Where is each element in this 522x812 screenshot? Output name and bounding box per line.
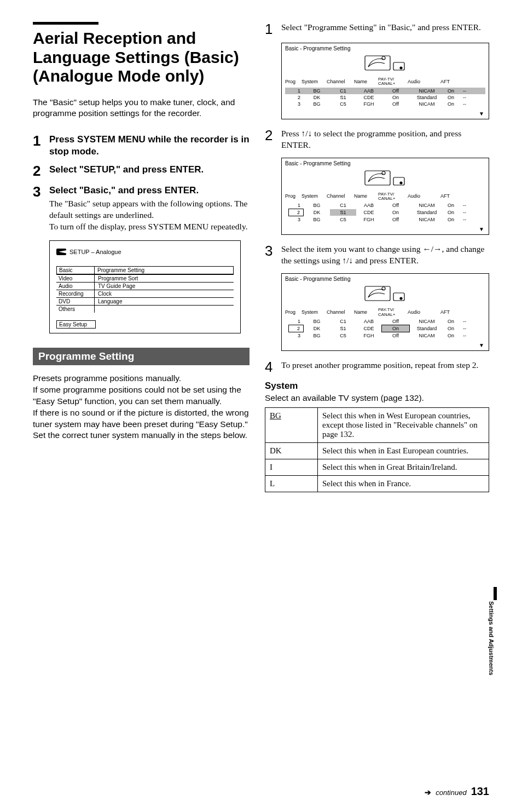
system-key: I	[265, 459, 318, 475]
title-rule	[33, 22, 98, 25]
svg-rect-0	[365, 56, 390, 70]
system-desc: Select this when in France.	[318, 476, 489, 492]
setup-left: Others	[56, 306, 95, 313]
table-row[interactable]: 2DK S1CDE OnStandard On--	[285, 94, 485, 101]
step-text: Press ↑/↓ to select the programme positi…	[281, 128, 489, 151]
step-number: 2	[33, 164, 49, 178]
step-1: 1 Press SYSTEM MENU while the recorder i…	[33, 134, 250, 157]
table-row: DK Select this when in East European cou…	[265, 442, 489, 459]
antenna-icon	[282, 51, 489, 76]
easy-setup-button[interactable]: Easy Setup	[56, 320, 96, 329]
table-row[interactable]: 3BG C5FGH OffNICAM On--	[285, 332, 485, 339]
setup-left: DVD	[56, 298, 95, 305]
right-step-2: 2 Press ↑/↓ to select the programme posi…	[265, 128, 489, 151]
setup-left: Video	[56, 275, 95, 282]
antenna-icon	[282, 166, 489, 191]
step-text: Select the item you want to change using…	[281, 244, 489, 267]
svg-rect-4	[365, 171, 390, 185]
setup-title: SETUP – Analogue	[69, 249, 121, 255]
page-number: 131	[471, 785, 489, 798]
continued-arrow-icon: ➔	[425, 788, 431, 797]
toolbox-icon	[56, 249, 66, 255]
table-row[interactable]: 1BG C1AAB OffNICAM On--	[285, 318, 485, 325]
system-desc: Select this when in Great Britain/Irelan…	[318, 459, 489, 475]
table-row[interactable]: 2DK S1CDE OnStandard On--	[285, 325, 485, 332]
side-tab-label: Settings and Adjustments	[488, 601, 495, 675]
system-desc: Select this when in East European countr…	[318, 443, 489, 459]
panel-header-row: ProgSystem ChannelName PAY-TV/ CANAL+ Au…	[282, 191, 489, 203]
table-row[interactable]: 1BG C1AAB OffNICAM On--	[285, 202, 485, 209]
setup-right: Programme Setting	[94, 267, 233, 274]
setup-row[interactable]: Recording Clock	[56, 290, 234, 297]
table-row[interactable]: 2DK S1CDE OnStandard On--	[285, 209, 485, 216]
step-text: Select "Programme Setting" in "Basic," a…	[281, 22, 481, 33]
setup-row[interactable]: Audio TV Guide Page	[56, 282, 234, 290]
step-2: 2 Select "SETUP," and press ENTER.	[33, 164, 250, 178]
setup-right: Clock	[95, 290, 234, 297]
svg-point-11	[400, 297, 402, 300]
svg-rect-8	[365, 286, 390, 301]
panel-header-row: ProgSystem ChannelName PAY-TV/ CANAL+ Au…	[282, 306, 489, 318]
step-number: 4	[265, 360, 281, 374]
setup-right: Programme Sort	[95, 275, 234, 282]
programme-setting-panel-2: Basic - Programme Setting ProgSystem Cha…	[281, 158, 489, 235]
setup-right	[95, 306, 234, 313]
table-row[interactable]: 3BG C5FGH OffNICAM On--	[285, 216, 485, 223]
setup-panel: SETUP – Analogue Basic Programme Setting…	[49, 240, 241, 333]
side-tab-marker	[494, 587, 497, 600]
setup-row[interactable]: Video Programme Sort	[56, 274, 234, 282]
svg-point-7	[400, 182, 402, 184]
svg-point-5	[382, 171, 385, 175]
svg-point-3	[400, 67, 402, 69]
panel-title: Basic - Programme Setting	[282, 274, 489, 282]
programme-setting-panel-1: Basic - Programme Setting ProgSystem Cha…	[281, 43, 489, 119]
antenna-icon	[282, 282, 489, 306]
step-text: To preset another programme position, re…	[281, 360, 478, 371]
programme-setting-text: Presets programme positions manually. If…	[33, 373, 250, 442]
page-title: Aerial Reception and Language Settings (…	[33, 29, 250, 86]
panel-title: Basic - Programme Setting	[282, 158, 489, 166]
intro-text: The "Basic" setup helps you to make tune…	[33, 97, 250, 120]
system-key: DK	[265, 443, 318, 459]
system-heading: System	[265, 381, 489, 391]
right-step-1: 1 Select "Programme Setting" in "Basic,"…	[265, 22, 489, 36]
setup-left: Recording	[56, 290, 95, 297]
step-subtext: The "Basic" setup appears with the follo…	[49, 198, 250, 233]
step-number: 1	[265, 22, 281, 36]
system-subtext: Select an available TV system (page 132)…	[265, 393, 489, 404]
setup-row[interactable]: Others	[56, 305, 234, 313]
scroll-down-icon[interactable]: ▼	[282, 111, 489, 119]
svg-point-1	[382, 56, 385, 60]
section-heading: Programme Setting	[33, 348, 250, 365]
setup-row[interactable]: Basic Programme Setting	[56, 266, 234, 274]
setup-right: Language	[95, 298, 234, 305]
table-row[interactable]: 1BG C1AAB OffNICAM On--	[285, 88, 485, 94]
step-text: Select "SETUP," and press ENTER.	[49, 164, 204, 175]
step-3: 3 Select "Basic," and press ENTER. The "…	[33, 185, 250, 233]
table-row[interactable]: 3BG C5FGH OffNICAM On--	[285, 101, 485, 107]
svg-rect-10	[393, 293, 404, 301]
panel-title: Basic - Programme Setting	[282, 43, 489, 51]
step-number: 3	[265, 244, 281, 258]
system-table: BG Select this when in West European cou…	[265, 407, 489, 492]
table-row: L Select this when in France.	[265, 475, 489, 492]
setup-header: SETUP – Analogue	[56, 249, 234, 255]
svg-rect-6	[393, 177, 404, 185]
step-number: 1	[33, 134, 49, 148]
step-text: Select "Basic," and press ENTER.	[49, 185, 250, 196]
step-number: 3	[33, 185, 49, 199]
setup-row[interactable]: DVD Language	[56, 297, 234, 305]
setup-left: Basic	[56, 266, 95, 274]
side-tab: Settings and Adjustments	[488, 587, 497, 675]
svg-rect-2	[393, 62, 404, 70]
scroll-down-icon[interactable]: ▼	[282, 226, 489, 234]
setup-right: TV Guide Page	[95, 283, 234, 290]
footer: ➔ continued 131	[425, 785, 489, 798]
system-key: L	[265, 476, 318, 492]
scroll-down-icon[interactable]: ▼	[282, 342, 489, 350]
continued-label: continued	[436, 788, 466, 797]
setup-left: Audio	[56, 283, 95, 290]
system-desc: Select this when in West European countr…	[318, 408, 489, 442]
table-row: BG Select this when in West European cou…	[265, 408, 489, 442]
panel-header-row: ProgSystem ChannelName PAY-TV/ CANAL+ Au…	[282, 76, 489, 88]
